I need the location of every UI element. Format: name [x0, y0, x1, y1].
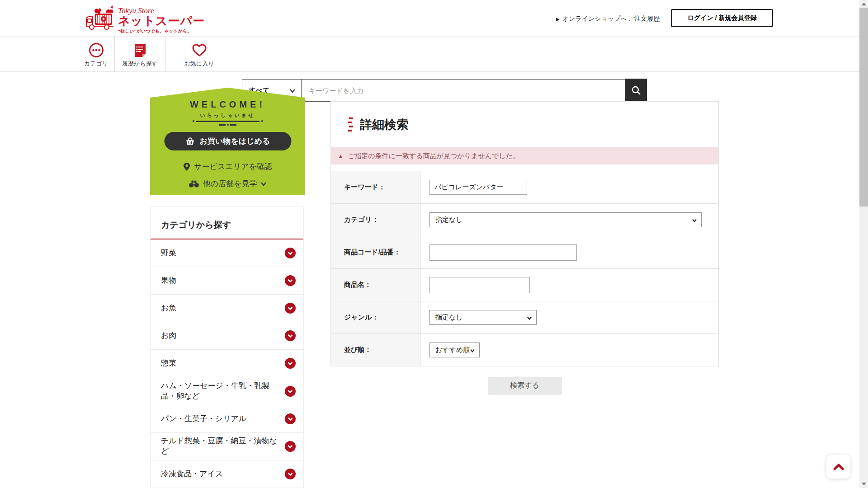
service-area-label: サービスエリアを確認: [194, 161, 272, 172]
order-history-link[interactable]: ご注文履歴: [628, 15, 660, 23]
category-row-bread-cereal[interactable]: パン・生菓子・シリアル: [151, 405, 303, 433]
search-input[interactable]: [302, 79, 625, 102]
category-label: お魚: [161, 303, 176, 314]
scrollbar-thumb[interactable]: [859, 8, 868, 206]
chevron-down-circle-icon: [285, 469, 296, 479]
chevron-down-icon: [692, 218, 697, 223]
genre-select-value: 指定なし: [435, 313, 463, 322]
category-label: チルド惣菜・豆腐・納豆・漬物など: [161, 436, 277, 457]
sort-label: 並び順：: [331, 334, 421, 366]
history-list-icon: [133, 42, 147, 58]
category-row-chilled-tofu[interactable]: チルド惣菜・豆腐・納豆・漬物など: [151, 433, 303, 460]
form-row-genre: ジャンル： 指定なし: [331, 301, 718, 333]
order-history-label: ご注文履歴: [628, 15, 660, 23]
service-area-link[interactable]: サービスエリアを確認: [150, 161, 305, 172]
page-title: 詳細検索: [360, 117, 409, 133]
warning-triangle-icon: ▲: [338, 153, 344, 160]
site-logo[interactable]: Tokyu Store ネットスーパー “欲しい”がいつでも、ネットから。: [85, 3, 205, 34]
detail-search-panel: 詳細検索 ▲ ご指定の条件に一致する商品が見つかりませんでした。 キーワード： …: [330, 101, 719, 366]
chevron-up-icon: [833, 463, 844, 471]
heading-dashes-icon: [349, 117, 353, 131]
form-row-product-code: 商品コード/品番：: [331, 236, 718, 268]
product-code-field[interactable]: [429, 244, 577, 261]
product-name-field[interactable]: [429, 277, 530, 293]
category-row-fish[interactable]: お魚: [151, 295, 303, 322]
keyword-field[interactable]: [429, 180, 527, 195]
online-shop-label: オンラインショップへ: [562, 15, 627, 23]
nav-item-label: お気に入り: [184, 60, 214, 68]
form-row-category: カテゴリ： 指定なし: [331, 203, 718, 236]
category-label: 果物: [161, 276, 176, 286]
category-row-fruits[interactable]: 果物: [151, 267, 303, 295]
heart-icon: [191, 42, 208, 58]
category-row-frozen-ice[interactable]: 冷凍食品・アイス: [151, 460, 303, 488]
other-stores-link[interactable]: 他の店舗を見学: [150, 178, 305, 189]
main-navbar: カテゴリ 履歴から探す お気に入り すべて: [0, 37, 868, 72]
form-row-sort: 並び順： おすすめ順: [331, 333, 718, 366]
search-button[interactable]: [625, 79, 647, 102]
category-label: 冷凍食品・アイス: [161, 469, 223, 479]
category-label: 野菜: [161, 248, 176, 258]
detail-search-header: 詳細検索: [331, 102, 718, 147]
scroll-to-top-button[interactable]: [826, 455, 850, 479]
online-shop-link[interactable]: ▶ オンラインショップへ: [556, 15, 627, 23]
chevron-down-circle-icon: [285, 275, 296, 286]
login-register-button[interactable]: ログイン / 新規会員登録: [671, 9, 773, 27]
chevron-down-circle-icon: [285, 330, 296, 341]
category-label: パン・生菓子・シリアル: [161, 414, 246, 424]
submit-search-button[interactable]: 検索する: [488, 377, 561, 394]
logo-brand-jp: ネットスーパー: [118, 14, 205, 28]
triangle-bullet-icon: ▶: [556, 17, 560, 22]
genre-select[interactable]: 指定なし: [429, 310, 537, 325]
category-label: お肉: [161, 331, 176, 341]
nav-tabs: カテゴリ 履歴から探す お気に入り: [78, 37, 233, 72]
logo-tagline: “欲しい”がいつでも、ネットから。: [118, 28, 205, 34]
category-row-deli[interactable]: 惣菜: [151, 350, 303, 377]
category-label: 惣菜: [161, 358, 176, 369]
category-row-vegetables[interactable]: 野菜: [151, 239, 303, 267]
category-row-meat[interactable]: お肉: [151, 322, 303, 350]
scrollbar-down-arrow[interactable]: [862, 483, 866, 485]
other-stores-label: 他の店舗を見学: [203, 178, 257, 189]
form-row-product-name: 商品名：: [331, 268, 718, 301]
start-shopping-button[interactable]: お買い物をはじめる: [164, 132, 291, 150]
map-pin-icon: [183, 162, 190, 171]
logo-brand-en: Tokyu Store: [118, 7, 205, 14]
shopping-basket-icon: [185, 137, 195, 146]
top-header: Tokyu Store ネットスーパー “欲しい”がいつでも、ネットから。 ▶ …: [0, 0, 868, 37]
nav-item-category[interactable]: カテゴリ: [78, 37, 115, 72]
sort-select-value: おすすめ順: [435, 346, 470, 354]
product-code-label: 商品コード/品番：: [331, 236, 421, 268]
welcome-title: WELCOME!: [150, 99, 305, 110]
start-shopping-label: お買い物をはじめる: [200, 136, 270, 146]
chevron-down-icon: [289, 87, 296, 94]
welcome-divider: [193, 120, 263, 126]
genre-label: ジャンル：: [331, 301, 421, 333]
chevron-down-icon: [470, 348, 475, 353]
binoculars-icon: [189, 180, 199, 188]
nav-item-label: カテゴリ: [84, 60, 108, 68]
nav-item-favorites[interactable]: お気に入り: [165, 37, 233, 72]
category-dots-icon: [89, 42, 104, 58]
error-message: ご指定の条件に一致する商品が見つかりませんでした。: [348, 152, 519, 160]
chevron-down-circle-icon: [285, 248, 296, 258]
magnifier-icon: [631, 85, 642, 96]
sort-select[interactable]: おすすめ順: [429, 343, 480, 357]
product-name-label: 商品名：: [331, 269, 421, 301]
category-select-value: 指定なし: [435, 216, 463, 224]
category-select[interactable]: 指定なし: [429, 212, 702, 227]
category-row-ham-dairy-eggs[interactable]: ハム・ソーセージ・牛乳・乳製品・卵など: [151, 377, 303, 405]
keyword-label: キーワード：: [331, 171, 421, 203]
logo-truck-icon: [85, 3, 115, 31]
login-register-label: ログイン / 新規会員登録: [688, 14, 757, 22]
scrollbar-up-arrow[interactable]: [862, 3, 866, 5]
nav-item-label: 履歴から探す: [122, 60, 158, 68]
nav-item-history[interactable]: 履歴から探す: [115, 37, 165, 72]
chevron-down-icon: [260, 181, 267, 187]
form-row-keyword: キーワード：: [331, 171, 718, 203]
category-sidebar: カテゴリから探す 野菜 果物 お魚 お肉 惣菜 ハム・ソーセージ・牛乳・乳製品・…: [150, 206, 304, 488]
chevron-down-circle-icon: [285, 358, 296, 369]
welcome-subtitle: いらっしゃいませ: [150, 112, 305, 119]
error-banner: ▲ ご指定の条件に一致する商品が見つかりませんでした。: [331, 147, 718, 164]
page-scrollbar[interactable]: [859, 0, 868, 488]
